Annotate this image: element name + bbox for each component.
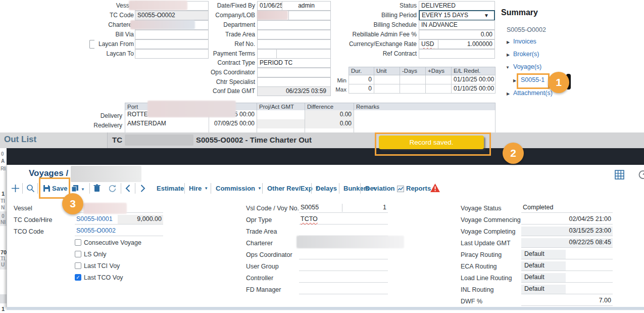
dwf-field[interactable]: 7.00 [521, 296, 613, 306]
lob-field[interactable] [288, 11, 331, 20]
tco-code-value[interactable]: S0055-O0002 [76, 227, 116, 234]
summary-item-voyages[interactable]: Voyage(s) [513, 63, 541, 70]
piracy-routing-extra-field[interactable] [566, 250, 613, 259]
redelivery-proj-gmt-cell [257, 119, 305, 129]
currency-exchange-label: Currency/Exchange Rate [336, 40, 417, 49]
delivery-proj-gmt-cell[interactable] [257, 110, 305, 120]
user-group-field[interactable] [299, 261, 388, 271]
payment-terms-label: Payment Terms [189, 50, 255, 58]
estimate-button[interactable]: Estimate [157, 181, 184, 196]
out-list-tab-label[interactable]: Out List [4, 135, 36, 145]
deviation-menu-button[interactable]: Deviation▼ [365, 181, 401, 196]
callout-1: 1 [548, 72, 569, 93]
controller-field[interactable] [299, 273, 388, 283]
gauge-icon[interactable] [638, 170, 644, 180]
opr-type-field[interactable]: TCTO [299, 215, 388, 225]
payment-terms-code-field[interactable] [257, 49, 277, 59]
voyage-ops-coordinator-field[interactable] [299, 250, 388, 259]
add-icon[interactable] [11, 184, 20, 193]
last-tco-voy-checkbox[interactable]: ✓ [75, 274, 81, 281]
previous-icon[interactable] [125, 185, 130, 192]
max-el-redel-cell[interactable]: 01/10/25 00:00 [451, 84, 496, 94]
piracy-routing-field[interactable]: Default [521, 250, 566, 259]
warning-icon[interactable] [430, 183, 440, 193]
edge-fragment: 70 [1, 250, 7, 255]
title-redaction [125, 135, 193, 146]
difference-header: Difference [305, 103, 354, 111]
copy-dropdown-caret-icon[interactable]: ▼ [81, 187, 85, 192]
max-minus-days-cell[interactable] [400, 84, 426, 94]
voyage-commencing-field[interactable]: 02/04/25 21:00 [521, 215, 613, 225]
collapsed-arrow-icon[interactable]: ▶ [507, 52, 510, 58]
charterer-redaction [130, 20, 195, 29]
collapsed-arrow-icon[interactable]: ▶ [507, 39, 510, 46]
summary-item-brokers[interactable]: Broker(s) [513, 51, 539, 58]
currency-field[interactable]: USD [419, 39, 438, 49]
redelivery-port-cell[interactable]: AMSTERDAM [125, 119, 209, 129]
delete-icon[interactable] [93, 184, 101, 192]
expanded-arrow-icon[interactable]: ▼ [506, 65, 510, 71]
inl-routing-field[interactable]: Default [521, 285, 566, 294]
ls-only-checkbox[interactable] [75, 251, 81, 257]
eca-routing-extra-field[interactable] [566, 261, 613, 271]
tci-code-value[interactable]: S0055-I0001 [76, 215, 113, 222]
inl-routing-extra-field[interactable] [566, 285, 613, 294]
grid-icon[interactable] [615, 170, 624, 180]
fixed-by-field[interactable]: admin [282, 1, 331, 11]
trade-area-field[interactable] [257, 30, 331, 39]
ref-no-field[interactable] [257, 39, 331, 49]
eca-routing-field[interactable]: Default [521, 261, 566, 271]
consecutive-voyage-label: Consecutive Voyage [84, 238, 141, 248]
chevron-down-icon[interactable]: ▼ [484, 13, 489, 18]
search-icon[interactable] [26, 184, 35, 193]
delivery-remarks-cell[interactable] [354, 110, 496, 120]
department-field[interactable] [257, 20, 331, 30]
summary-item-invoices[interactable]: Invoices [513, 38, 536, 45]
tco-code-link[interactable]: S0055-O0002 [75, 227, 163, 236]
max-dur-cell[interactable]: 0 [349, 84, 374, 94]
contract-type-field[interactable]: PERIOD TC [257, 58, 331, 68]
commission-menu-button[interactable]: Commission▼ [216, 181, 262, 196]
minmax-header-plus-days: +Days [425, 67, 452, 75]
consecutive-voyage-checkbox[interactable] [75, 239, 81, 246]
exchange-rate-field[interactable]: 1.000000 [438, 39, 495, 49]
billing-schedule-field[interactable]: IN ADVANCE [419, 20, 495, 30]
vsl-code-field[interactable]: S0055 [299, 203, 342, 213]
delays-button[interactable]: Delays [316, 181, 337, 196]
load-line-routing-field[interactable]: Default [521, 273, 566, 283]
min-dur-cell[interactable]: 0 [349, 75, 374, 84]
copy-icon[interactable] [71, 185, 79, 192]
min-minus-days-cell[interactable] [400, 75, 426, 84]
last-tci-voy-checkbox[interactable] [75, 262, 81, 269]
max-unit-cell[interactable] [374, 84, 400, 94]
collapsed-arrow-icon[interactable]: ▶ [513, 78, 516, 84]
ref-contract-field[interactable] [419, 49, 495, 59]
partial-row-cell [209, 128, 257, 132]
hire-rate-field[interactable]: 9,000.00 [118, 215, 163, 225]
summary-item-attachments[interactable]: Attachment(s) [513, 90, 553, 97]
redelivery-remarks-cell[interactable] [354, 119, 496, 129]
next-icon[interactable] [140, 185, 145, 192]
hire-menu-button[interactable]: Hire▼ [189, 181, 208, 196]
refresh-icon[interactable] [108, 184, 117, 193]
min-unit-cell[interactable] [374, 75, 400, 84]
load-line-routing-extra-field[interactable] [566, 273, 613, 283]
voyage-trade-area-field[interactable] [299, 227, 388, 236]
tco-code-label: TCO Code [14, 227, 44, 237]
min-el-redel-cell[interactable]: 01/10/25 00:00 [451, 75, 496, 84]
min-plus-days-cell[interactable] [425, 75, 452, 84]
partial-checkbox [89, 40, 94, 49]
redelivery-gmt-cell[interactable]: 07/09/25 00:00 [209, 119, 257, 129]
callout-2: 2 [503, 143, 524, 164]
company-lob-label: Company/LOB [189, 11, 255, 20]
fd-manager-field[interactable] [299, 285, 388, 294]
collapsed-arrow-icon[interactable]: ▶ [507, 91, 510, 97]
rebillable-admin-fee-field[interactable]: 0.00 [419, 30, 495, 39]
payment-terms-field[interactable] [276, 49, 331, 59]
max-plus-days-cell[interactable] [425, 84, 452, 94]
voy-no-field[interactable]: 1 [342, 203, 388, 213]
ops-coordinator-label: Ops Coordinator [189, 68, 255, 77]
tci-code-link[interactable]: S0055-I0001 [75, 215, 118, 225]
fixed-date-field[interactable]: 01/06/25 [257, 1, 282, 11]
voyage-ops-coordinator-label: Ops Coordinator [246, 250, 292, 260]
